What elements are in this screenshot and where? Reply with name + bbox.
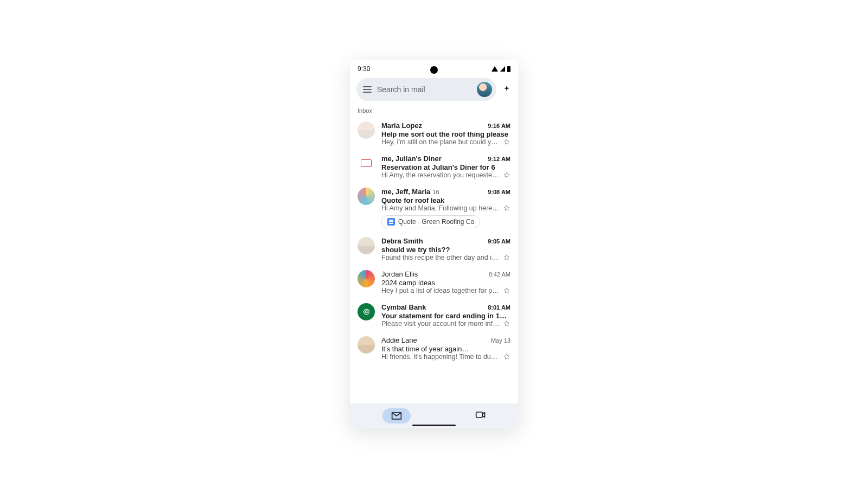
email-time: 9:12 AM (488, 156, 510, 162)
sender-avatar[interactable] (358, 237, 375, 254)
email-subject: Your statement for card ending in 1988 i… (381, 312, 510, 320)
nav-meet[interactable] (475, 410, 486, 421)
email-preview: Please visit your account for more infor… (381, 320, 500, 328)
status-time: 9:30 (358, 65, 370, 73)
sparkle-icon[interactable] (502, 85, 512, 94)
status-icons (492, 66, 510, 72)
email-list[interactable]: Maria Lopez 9:16 AM Help me sort out the… (350, 117, 518, 403)
email-content: Debra Smith 9:05 AM should we try this??… (381, 237, 510, 261)
email-row[interactable]: Debra Smith 9:05 AM should we try this??… (350, 233, 518, 266)
email-subject: It's that time of year again… (381, 345, 510, 353)
nav-mail[interactable] (382, 408, 411, 423)
email-subject: Quote for roof leak (381, 196, 510, 204)
email-row[interactable]: me, Jeff, Maria16 9:08 AM Quote for roof… (350, 183, 518, 233)
phone-frame: 9:30 Search in mail Inbox Maria Lopez 9:… (350, 60, 518, 428)
email-sender: Debra Smith (381, 237, 423, 245)
search-bar[interactable]: Search in mail (356, 78, 496, 101)
email-sender: me, Jeff, Maria16 (381, 188, 439, 196)
camera-notch (430, 66, 438, 74)
email-preview: Hey, I'm still on the plane but could yo… (381, 138, 500, 146)
svg-rect-0 (476, 412, 482, 418)
email-sender: Cymbal Bank (381, 303, 426, 311)
email-row[interactable]: Jordan Ellis 8:42 AM 2024 camp ideas Hey… (350, 266, 518, 299)
account-avatar[interactable] (477, 82, 492, 97)
email-sender: Addie Lane (381, 336, 417, 344)
email-sender: Maria Lopez (381, 121, 422, 130)
status-bar: 9:30 (350, 60, 518, 76)
signal-icon (500, 66, 505, 72)
star-icon[interactable] (503, 171, 510, 179)
email-preview: Hi friends, it's happening! Time to dust… (381, 353, 500, 361)
attachment-name: Quote - Green Roofing Co (398, 218, 474, 226)
wifi-icon (492, 66, 498, 72)
email-time: 9:16 AM (488, 123, 510, 129)
bottom-nav (350, 403, 518, 428)
email-time: 8:42 AM (489, 271, 510, 278)
email-content: Addie Lane May 13 It's that time of year… (381, 336, 510, 361)
gesture-handle[interactable] (412, 425, 456, 426)
email-preview: Hi Amy and Maria, Following up here t… (381, 204, 500, 212)
star-icon[interactable] (503, 320, 510, 328)
email-content: Maria Lopez 9:16 AM Help me sort out the… (381, 121, 510, 146)
sender-avatar[interactable] (358, 155, 375, 172)
battery-icon (507, 66, 510, 72)
sender-avatar[interactable] (358, 336, 375, 354)
sender-avatar[interactable]: ⓒ (358, 303, 375, 320)
email-sender: me, Julian's Diner (381, 155, 442, 163)
email-content: Cymbal Bank 8:01 AM Your statement for c… (381, 303, 510, 328)
video-icon (475, 410, 486, 419)
email-subject: Help me sort out the roof thing please (381, 130, 510, 138)
email-row[interactable]: Maria Lopez 9:16 AM Help me sort out the… (350, 117, 518, 150)
email-subject: 2024 camp ideas (381, 279, 510, 287)
sender-avatar[interactable] (358, 121, 375, 139)
search-row: Search in mail (350, 76, 518, 105)
email-time: 9:08 AM (488, 189, 510, 195)
email-preview: Found this recipe the other day and it m… (381, 254, 500, 261)
email-content: me, Julian's Diner 9:12 AM Reservation a… (381, 155, 510, 179)
email-time: 8:01 AM (488, 304, 510, 311)
sender-avatar[interactable] (358, 188, 375, 205)
email-row[interactable]: ⓒ Cymbal Bank 8:01 AM Your statement for… (350, 299, 518, 332)
email-preview: Hey I put a list of ideas together for p… (381, 287, 500, 294)
star-icon[interactable] (503, 138, 510, 146)
email-content: me, Jeff, Maria16 9:08 AM Quote for roof… (381, 188, 510, 228)
sender-avatar[interactable] (358, 270, 375, 287)
email-content: Jordan Ellis 8:42 AM 2024 camp ideas Hey… (381, 270, 510, 294)
email-row[interactable]: Addie Lane May 13 It's that time of year… (350, 332, 518, 365)
menu-icon[interactable] (363, 86, 372, 93)
email-subject: Reservation at Julian's Diner for 6 (381, 163, 510, 171)
email-subject: should we try this?? (381, 246, 510, 254)
attachment-chip[interactable]: Quote - Green Roofing Co (381, 215, 480, 228)
mail-icon (391, 412, 402, 420)
email-preview: Hi Amy, the reservation you requested is… (381, 171, 500, 179)
email-row[interactable]: me, Julian's Diner 9:12 AM Reservation a… (350, 150, 518, 183)
section-label: Inbox (350, 105, 518, 117)
star-icon[interactable] (503, 254, 510, 261)
doc-icon (387, 218, 395, 226)
star-icon[interactable] (503, 353, 510, 361)
star-icon[interactable] (503, 287, 510, 294)
email-sender: Jordan Ellis (381, 270, 418, 278)
star-icon[interactable] (503, 204, 510, 212)
search-placeholder: Search in mail (377, 85, 471, 94)
email-time: May 13 (491, 337, 510, 344)
email-time: 9:05 AM (488, 238, 510, 245)
